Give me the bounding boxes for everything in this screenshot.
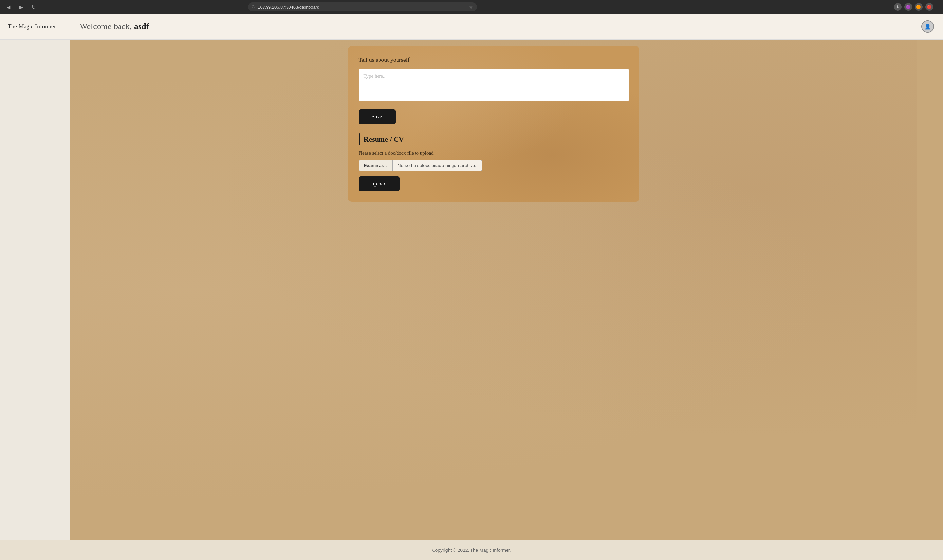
footer: Copyright © 2022. The Magic Informer.	[0, 540, 943, 560]
right-panel	[917, 40, 943, 540]
extension-icon-2[interactable]: 🟣	[904, 3, 912, 11]
forward-button[interactable]: ▶	[16, 2, 26, 11]
upload-label: Please select a doc/docx file to upload	[358, 151, 629, 156]
app-header: The Magic Informer Welcome back, asdf 👤	[0, 14, 943, 40]
browser-extension-icons: ⬇ 🟣 🟠 🔴 ≡	[894, 3, 939, 11]
bio-textarea[interactable]	[358, 69, 629, 102]
app-container: The Magic Informer Welcome back, asdf 👤 …	[0, 14, 943, 560]
resume-title: Resume / CV	[364, 135, 404, 144]
sidebar-logo: The Magic Informer	[0, 14, 70, 39]
reload-button[interactable]: ↻	[29, 2, 38, 11]
save-button[interactable]: Save	[358, 109, 395, 124]
upload-button[interactable]: upload	[358, 176, 400, 191]
examinar-button[interactable]: Examinar...	[358, 160, 392, 171]
avatar-button[interactable]: 👤	[921, 20, 934, 33]
bio-section-title: Tell us about yourself	[358, 57, 629, 63]
sidebar	[0, 40, 70, 540]
extension-icon-3[interactable]: 🟠	[915, 3, 923, 11]
welcome-heading: Welcome back, asdf	[80, 22, 149, 31]
extension-icon-4[interactable]: 🔴	[925, 3, 933, 11]
main-content: Tell us about yourself Save Resume / CV …	[0, 40, 943, 540]
url-text: 167.99.206.87:30463/dashboard	[258, 5, 319, 9]
content-area: Tell us about yourself Save Resume / CV …	[70, 40, 917, 540]
extension-icon-1[interactable]: ⬇	[894, 3, 902, 11]
resume-header: Resume / CV	[358, 134, 629, 145]
header-main: Welcome back, asdf 👤	[70, 14, 943, 39]
file-input-row: Examinar... No se ha seleccionado ningún…	[358, 160, 629, 171]
address-bar[interactable]: 🛡 167.99.206.87:30463/dashboard ☆	[248, 2, 477, 11]
resume-section: Resume / CV Please select a doc/docx fil…	[358, 134, 629, 191]
shield-icon: 🛡	[252, 5, 256, 9]
logo-text: The Magic Informer	[8, 23, 56, 30]
bookmark-icon: ☆	[469, 4, 473, 10]
file-name-display: No se ha seleccionado ningún archivo.	[392, 160, 482, 171]
back-button[interactable]: ◀	[4, 2, 13, 11]
bio-section: Tell us about yourself	[358, 57, 629, 103]
footer-text: Copyright © 2022. The Magic Informer.	[9, 548, 934, 553]
browser-menu-icon[interactable]: ≡	[936, 4, 939, 11]
welcome-prefix: Welcome back,	[80, 22, 134, 31]
welcome-username: asdf	[134, 22, 149, 31]
resume-accent-bar	[358, 134, 360, 145]
avatar-icon: 👤	[924, 23, 931, 30]
profile-card: Tell us about yourself Save Resume / CV …	[348, 46, 639, 202]
browser-chrome: ◀ ▶ ↻ 🛡 167.99.206.87:30463/dashboard ☆ …	[0, 0, 943, 14]
